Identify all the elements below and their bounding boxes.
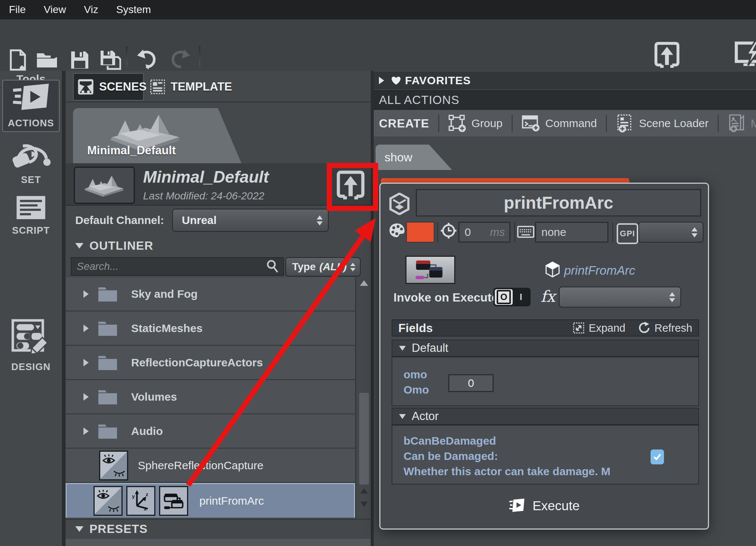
presets-header[interactable]: PRESETS: [66, 519, 371, 538]
create-group-button[interactable]: Group: [448, 114, 502, 132]
fx-dropdown[interactable]: [559, 287, 681, 307]
invoke-on-execute-label: Invoke on Execute: [393, 291, 498, 304]
presets-title: PRESETS: [89, 522, 148, 536]
sidebar-item-actions[interactable]: ACTIONS: [2, 80, 60, 132]
tree-row-item-selected[interactable]: yzx printFromArc: [66, 483, 355, 518]
search-input[interactable]: [72, 261, 266, 272]
field-value-input[interactable]: [448, 374, 494, 392]
invoke-toggle[interactable]: O I: [493, 288, 531, 306]
outliner-tree: Sky and Fog StaticMeshes ReflectionCaptu…: [66, 277, 355, 519]
sidebar-item-design[interactable]: DESIGN: [2, 314, 60, 376]
expand-button[interactable]: Expand: [572, 322, 625, 334]
blueprint-node-icon[interactable]: [159, 486, 188, 516]
default-channel-row: Default Channel: Unreal: [66, 206, 371, 235]
sidebar-item-script[interactable]: SCRIPT: [2, 193, 60, 238]
toggle-off-segment[interactable]: I: [513, 289, 529, 305]
template-icon: [150, 79, 165, 95]
field-checkbox[interactable]: [651, 449, 664, 464]
scroll-down-icon[interactable]: [360, 502, 368, 507]
tab-scenes[interactable]: SCENES: [73, 73, 144, 101]
redo-button[interactable]: [171, 48, 192, 72]
folder-icon: [98, 354, 118, 371]
menu-view[interactable]: View: [44, 4, 66, 16]
tree-row-folder[interactable]: Audio: [66, 414, 355, 449]
scenes-icon: [78, 79, 94, 95]
tab-template[interactable]: TEMPLATE: [150, 75, 235, 99]
open-button[interactable]: [37, 48, 57, 72]
tab-show[interactable]: show: [376, 145, 452, 170]
tabs-underline: [66, 101, 371, 102]
scene-loader-icon: [616, 114, 634, 133]
cleanup-icon: [735, 41, 756, 69]
app-window: File View Viz System INITIALIZE: [0, 0, 756, 546]
scrollbar-thumb[interactable]: [359, 393, 369, 485]
tree-row-folder[interactable]: Volumes: [66, 380, 355, 414]
transform-axes-icon[interactable]: yzx: [126, 486, 155, 516]
default-channel-label: Default Channel:: [75, 214, 164, 227]
all-actions-header: ALL ACTIONS: [374, 90, 756, 110]
delay-field[interactable]: 0 ms: [458, 222, 510, 243]
tree-row-label: StaticMeshes: [131, 322, 203, 335]
menu-file[interactable]: File: [9, 4, 26, 16]
undo-icon: [136, 49, 156, 71]
scene-last-modified: Last Modified: 24-06-2022: [143, 190, 264, 202]
action-name-input[interactable]: [416, 189, 701, 217]
scene-tab-minimal-default[interactable]: Minimal_Default: [73, 108, 241, 163]
field-group-actor-header[interactable]: Actor: [392, 408, 699, 425]
cube-icon: [544, 261, 561, 278]
create-label: CREATE: [379, 117, 429, 130]
menu-system[interactable]: System: [116, 4, 151, 16]
tree-row-folder[interactable]: ReflectionCaptureActors: [66, 346, 355, 380]
execute-button[interactable]: Execute: [380, 498, 708, 514]
action-color-swatch[interactable]: [406, 222, 434, 243]
favorites-header[interactable]: FAVORITES: [374, 72, 756, 89]
search-icon: [266, 260, 279, 273]
toggle-on-label: O: [497, 290, 511, 304]
create-mse-button[interactable]: MSE: [728, 114, 756, 133]
toggle-on-segment[interactable]: O: [495, 289, 513, 305]
create-scene-loader-button[interactable]: Scene Loader: [616, 114, 709, 133]
gpi-icon: GPI: [617, 223, 638, 244]
outliner-header[interactable]: OUTLINER: [66, 235, 371, 256]
type-filter-dropdown[interactable]: Type (ALL): [285, 257, 361, 277]
create-command-button[interactable]: Command: [522, 115, 597, 132]
expand-icon[interactable]: [83, 427, 89, 435]
visibility-toggle-icon[interactable]: [94, 486, 123, 516]
visibility-toggle-icon[interactable]: [99, 451, 128, 480]
keyboard-icon: [517, 225, 534, 238]
tree-row-label: printFromArc: [199, 495, 264, 507]
create-toolbar: CREATE Group Command Scene Loader MSE: [374, 110, 756, 136]
gpi-dropdown[interactable]: [638, 222, 703, 243]
separator: [514, 222, 515, 242]
sidebar-item-set[interactable]: SET: [2, 135, 60, 188]
tree-row-folder[interactable]: Sky and Fog: [66, 277, 355, 312]
new-file-button[interactable]: [7, 48, 28, 72]
field-group-default-header[interactable]: Default: [392, 340, 699, 357]
refresh-button[interactable]: Refresh: [638, 321, 692, 335]
expand-icon[interactable]: [83, 393, 89, 401]
tree-row-label: Sky and Fog: [131, 288, 197, 300]
scene-title: Minimal_Default: [143, 168, 269, 186]
group-icon: [448, 114, 466, 132]
default-channel-dropdown[interactable]: Unreal: [172, 209, 329, 232]
hotkey-input[interactable]: [535, 222, 608, 243]
expand-icon[interactable]: [83, 290, 89, 298]
expand-icon[interactable]: [83, 325, 89, 332]
separator: [512, 115, 513, 132]
tree-row-item[interactable]: SphereReflectionCapture: [66, 449, 355, 483]
menu-viz[interactable]: Viz: [84, 4, 98, 16]
refresh-icon: [638, 321, 651, 335]
blueprint-thumbnail-button[interactable]: [405, 256, 455, 284]
undo-button[interactable]: [136, 48, 156, 72]
tree-scrollbar[interactable]: [355, 277, 371, 519]
initialize-icon: [654, 41, 680, 68]
save-as-button[interactable]: [100, 48, 121, 72]
folder-icon: [98, 389, 118, 405]
sidebar-item-label: SCRIPT: [12, 225, 50, 236]
save-button[interactable]: [69, 48, 90, 72]
scroll-up-icon[interactable]: [360, 280, 368, 286]
scene-update-button[interactable]: [335, 168, 367, 201]
tree-row-folder[interactable]: StaticMeshes: [66, 312, 355, 346]
expand-icon[interactable]: [83, 359, 89, 366]
scroll-up-icon[interactable]: [360, 488, 368, 493]
